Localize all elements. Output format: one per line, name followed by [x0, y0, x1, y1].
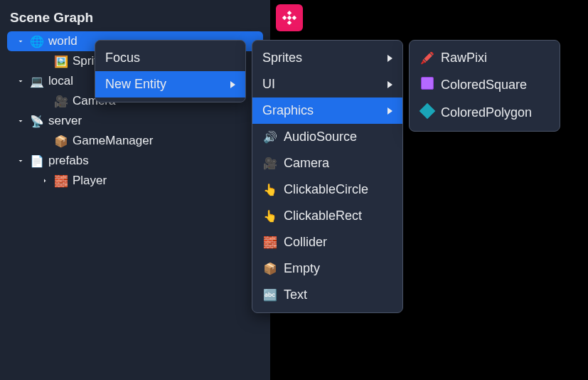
chevron-down-icon[interactable]: [16, 76, 26, 86]
chevron-spacer: [40, 136, 50, 146]
chevron-down-icon[interactable]: [16, 116, 26, 126]
entity-icon: 🔤: [262, 288, 278, 302]
square-swatch-icon: [421, 77, 434, 90]
chevron-down-icon[interactable]: [16, 156, 26, 166]
node-icon: 📡: [30, 115, 44, 128]
menu-item-empty[interactable]: 📦Empty: [252, 255, 402, 282]
context-menu-node: FocusNew Entity: [95, 40, 246, 102]
tree-row-server[interactable]: 📡server: [7, 111, 263, 131]
menu-item-text[interactable]: 🔤Text: [252, 282, 402, 308]
entity-icon: 🧱: [262, 236, 278, 249]
menu-item-label: Empty: [284, 261, 392, 276]
menu-item-label: ClickableRect: [284, 209, 392, 223]
pencil-icon: 🖍️: [420, 52, 434, 64]
chevron-spacer: [40, 96, 50, 106]
node-icon: 💻: [30, 75, 44, 88]
menu-item-label: ColoredSquare: [441, 78, 550, 93]
panel-title: Scene Graph: [0, 6, 270, 31]
menu-item-focus[interactable]: Focus: [95, 45, 245, 71]
menu-item-clickablerect[interactable]: 👆ClickableRect: [252, 203, 402, 229]
menu-item-rawpixi[interactable]: 🖍️RawPixi: [410, 45, 560, 71]
svg-rect-2: [282, 16, 287, 20]
node-label: Player: [73, 174, 107, 188]
node-label: prefabs: [48, 154, 89, 168]
menu-item-camera[interactable]: 🎥Camera: [252, 150, 402, 176]
entity-icon: 👆: [262, 209, 278, 223]
node-icon: 🧱: [54, 174, 68, 188]
polygon-swatch-icon: [419, 103, 436, 120]
swatch-wrapper: [419, 77, 435, 93]
menu-item-sprites[interactable]: Sprites: [252, 45, 402, 71]
chevron-right-icon[interactable]: [40, 176, 50, 186]
menu-item-coloredsquare[interactable]: ColoredSquare: [410, 71, 560, 98]
submenu-arrow-icon: [387, 55, 392, 62]
submenu-arrow-icon: [387, 81, 392, 88]
swatch-wrapper: 🖍️: [419, 51, 435, 65]
submenu-graphics: 🖍️RawPixiColoredSquareColoredPolygon: [409, 40, 560, 132]
node-label: world: [48, 34, 77, 48]
menu-item-label: Collider: [284, 235, 392, 250]
node-icon: 🎥: [54, 95, 68, 108]
entity-icon: 🔊: [262, 130, 278, 144]
menu-item-collider[interactable]: 🧱Collider: [252, 229, 402, 255]
submenu-arrow-icon: [387, 107, 392, 115]
svg-rect-3: [292, 16, 296, 20]
logo-icon: [282, 10, 297, 26]
tree-row-player[interactable]: 🧱Player: [7, 171, 263, 191]
menu-item-label: RawPixi: [441, 51, 550, 65]
node-label: GameManager: [73, 134, 153, 148]
menu-item-label: Camera: [284, 156, 392, 171]
menu-item-new-entity[interactable]: New Entity: [95, 71, 245, 97]
menu-item-label: ColoredPolygon: [441, 105, 550, 120]
chevron-down-icon[interactable]: [16, 36, 26, 46]
menu-item-label: ClickableCircle: [284, 182, 392, 197]
chevron-spacer: [40, 56, 50, 66]
menu-item-coloredpolygon[interactable]: ColoredPolygon: [410, 98, 560, 127]
menu-item-graphics[interactable]: Graphics: [252, 97, 402, 124]
node-icon: 🖼️: [54, 55, 68, 68]
menu-item-label: Text: [284, 287, 392, 302]
app-logo: [276, 4, 303, 31]
menu-item-label: Graphics: [262, 103, 382, 118]
entity-icon: 📦: [262, 262, 278, 275]
swatch-wrapper: [419, 104, 435, 121]
svg-rect-1: [287, 21, 292, 25]
submenu-new-entity: SpritesUIGraphics🔊AudioSource🎥Camera👆Cli…: [252, 40, 403, 313]
entity-icon: 👆: [262, 183, 278, 196]
tree-row-gamemanager[interactable]: 📦GameManager: [7, 131, 263, 151]
node-icon: 📄: [30, 154, 44, 168]
menu-item-clickablecircle[interactable]: 👆ClickableCircle: [252, 176, 402, 203]
menu-item-label: UI: [262, 77, 382, 92]
menu-item-label: New Entity: [105, 77, 225, 92]
menu-item-ui[interactable]: UI: [252, 71, 402, 97]
node-label: local: [48, 74, 73, 88]
submenu-arrow-icon: [230, 81, 235, 88]
svg-rect-0: [287, 11, 292, 15]
node-icon: 🌐: [30, 35, 44, 48]
menu-item-audiosource[interactable]: 🔊AudioSource: [252, 124, 402, 150]
menu-item-label: AudioSource: [284, 130, 392, 144]
node-icon: 📦: [54, 134, 68, 148]
menu-item-label: Sprites: [262, 51, 382, 65]
node-label: server: [48, 114, 82, 128]
svg-rect-4: [287, 16, 292, 20]
menu-item-label: Focus: [105, 51, 235, 65]
entity-icon: 🎥: [262, 157, 278, 170]
tree-row-prefabs[interactable]: 📄prefabs: [7, 151, 263, 171]
